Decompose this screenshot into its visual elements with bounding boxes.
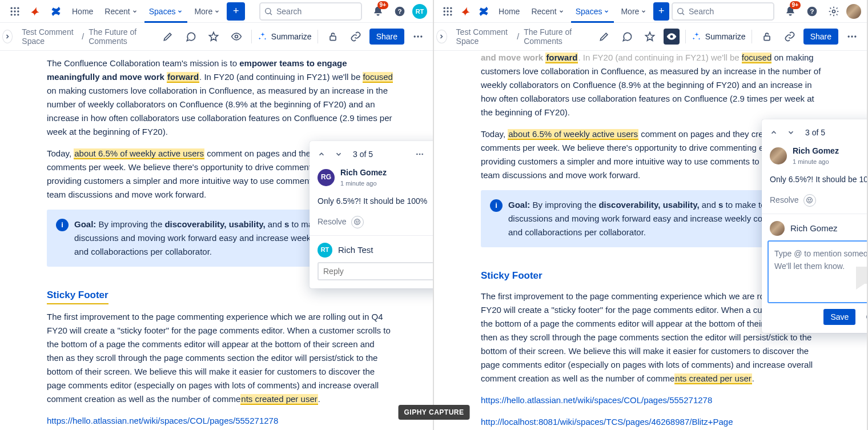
nav-more[interactable]: More xyxy=(190,0,224,23)
comment-next-button[interactable] xyxy=(331,147,346,162)
comment-icon[interactable] xyxy=(618,27,636,46)
comment-prev-button[interactable] xyxy=(314,147,329,162)
notifications-icon[interactable]: 9+ xyxy=(369,2,387,21)
svg-point-8 xyxy=(17,14,19,15)
comment-author-avatar xyxy=(770,147,787,164)
watch-icon[interactable] xyxy=(664,29,680,45)
summarize-button[interactable]: Summarize xyxy=(258,31,312,42)
comment-popup: 3 of 5 Rich Gomez 1 minute ago Only 6.5%… xyxy=(762,119,867,333)
page-subheader: Test Comment Space / The Future of Comme… xyxy=(434,23,867,51)
breadcrumb-page[interactable]: The Future of Comments xyxy=(89,27,153,46)
more-actions-icon[interactable] xyxy=(409,27,427,46)
svg-point-27 xyxy=(447,10,448,12)
reaction-icon[interactable] xyxy=(803,194,816,207)
breadcrumb-space[interactable]: Test Comment Space xyxy=(456,27,513,46)
jira-logo-icon[interactable] xyxy=(458,2,474,21)
comment-close-icon[interactable] xyxy=(429,147,433,162)
svg-text:?: ? xyxy=(397,7,401,15)
svg-point-14 xyxy=(414,35,416,37)
svg-point-35 xyxy=(833,10,835,13)
comment-more-icon[interactable] xyxy=(865,125,867,140)
edit-icon[interactable] xyxy=(159,27,177,46)
nav-recent[interactable]: Recent xyxy=(100,0,142,23)
nav-home[interactable]: Home xyxy=(494,0,524,23)
svg-point-32 xyxy=(678,8,683,13)
edit-icon[interactable] xyxy=(595,27,613,46)
page-content: and move work forward. In FY20 (and cont… xyxy=(434,51,867,430)
search-input[interactable]: Search xyxy=(259,2,362,21)
external-link-1[interactable]: https://hello.atlassian.net/wiki/spaces/… xyxy=(481,395,712,405)
svg-point-7 xyxy=(14,14,15,15)
help-icon[interactable]: ? xyxy=(391,2,409,21)
notifications-icon[interactable]: 9+ xyxy=(781,2,799,21)
reaction-icon[interactable] xyxy=(351,216,364,228)
breadcrumb-space[interactable]: Test Comment Space xyxy=(22,27,77,46)
reply-avatar: RT xyxy=(318,243,332,258)
reply-input[interactable] xyxy=(318,262,433,280)
link-icon[interactable] xyxy=(781,27,799,46)
external-link-1[interactable]: https://hello.atlassian.net/wiki/spaces/… xyxy=(47,416,278,425)
comment-more-icon[interactable] xyxy=(412,147,427,162)
svg-text:?: ? xyxy=(810,7,814,15)
comment-body: Only 6.5%?! It should be 100% xyxy=(762,171,867,191)
svg-point-26 xyxy=(443,10,445,12)
watch-icon[interactable] xyxy=(227,27,246,46)
svg-point-39 xyxy=(851,35,853,37)
svg-point-1 xyxy=(14,7,15,9)
svg-point-3 xyxy=(11,10,13,12)
highlight-stat: about 6.5% of weekly active users xyxy=(508,129,638,140)
svg-point-15 xyxy=(417,35,419,37)
app-switcher-icon[interactable] xyxy=(440,2,456,21)
resolve-button[interactable]: Resolve xyxy=(318,215,347,228)
jira-logo-icon[interactable] xyxy=(26,2,45,21)
share-button[interactable]: Share xyxy=(369,29,404,45)
profile-avatar[interactable]: RT xyxy=(412,4,427,19)
top-nav: Home Recent Spaces More + Search 9+ ? xyxy=(434,0,867,23)
comment-next-button[interactable] xyxy=(783,125,798,140)
help-icon[interactable]: ? xyxy=(803,2,821,21)
summarize-button[interactable]: Summarize xyxy=(692,31,746,42)
nav-spaces[interactable]: Spaces xyxy=(571,0,614,23)
app-switcher-icon[interactable] xyxy=(6,2,24,21)
save-button[interactable]: Save xyxy=(823,309,855,325)
share-button[interactable]: Share xyxy=(803,29,838,45)
breadcrumb-page[interactable]: The Future of Comments xyxy=(524,27,589,46)
nav-recent[interactable]: Recent xyxy=(527,0,568,23)
reply-textarea[interactable]: Type @ to mention someone. We'll let the… xyxy=(767,240,867,303)
nav-more[interactable]: More xyxy=(616,0,651,23)
lock-icon[interactable] xyxy=(324,27,342,46)
page-subheader: Test Comment Space / The Future of Comme… xyxy=(0,23,433,51)
comment-counter: 3 of 5 xyxy=(805,126,825,139)
svg-point-22 xyxy=(358,221,359,222)
search-input[interactable]: Search xyxy=(672,2,774,21)
external-link-2[interactable]: http://localhost:8081/wiki/spaces/TCS/pa… xyxy=(481,417,733,427)
breadcrumb: Test Comment Space / The Future of Comme… xyxy=(22,27,153,46)
resolve-button[interactable]: Resolve xyxy=(770,194,799,206)
confluence-logo-icon[interactable] xyxy=(47,2,65,21)
comment-prev-button[interactable] xyxy=(766,125,781,140)
link-icon[interactable] xyxy=(347,27,365,46)
star-icon[interactable] xyxy=(204,27,223,46)
cancel-button[interactable]: Cancel xyxy=(862,312,867,322)
comment-icon[interactable] xyxy=(182,27,200,46)
star-icon[interactable] xyxy=(641,27,659,46)
svg-point-25 xyxy=(450,7,452,9)
more-actions-icon[interactable] xyxy=(843,27,861,46)
settings-icon[interactable] xyxy=(825,2,843,21)
create-button[interactable]: + xyxy=(227,2,245,21)
create-button[interactable]: + xyxy=(653,2,669,21)
confluence-logo-icon[interactable] xyxy=(476,2,492,21)
svg-point-21 xyxy=(356,221,356,222)
breadcrumb: Test Comment Space / The Future of Comme… xyxy=(456,27,589,46)
expand-sidebar-button[interactable] xyxy=(2,30,13,43)
svg-point-46 xyxy=(810,199,811,200)
comment-body: Only 6.5%?! It should be 100% xyxy=(310,192,433,213)
svg-point-24 xyxy=(447,7,448,9)
nav-spaces[interactable]: Spaces xyxy=(144,0,188,23)
lock-icon[interactable] xyxy=(758,27,776,46)
nav-home[interactable]: Home xyxy=(67,0,98,23)
svg-point-29 xyxy=(443,14,445,15)
info-icon: i xyxy=(56,219,69,231)
profile-avatar[interactable] xyxy=(846,4,861,19)
expand-sidebar-button[interactable] xyxy=(436,30,447,43)
